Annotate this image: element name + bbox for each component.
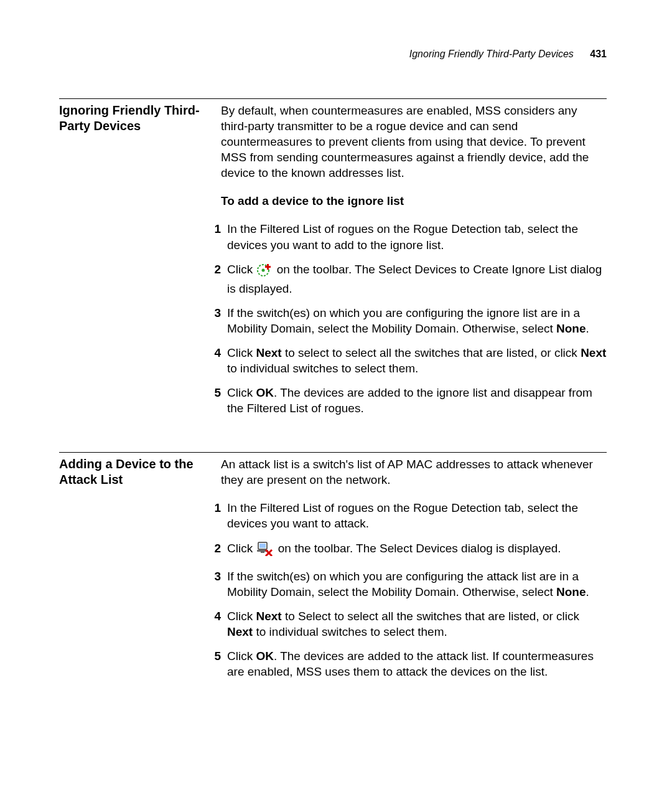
step-3: 3 If the switch(es) on which you are con… (221, 305, 607, 336)
step-text: Click on the toolbar. The Se (227, 540, 607, 560)
intro-paragraph: By default, when countermeasures are ena… (221, 103, 607, 181)
wifi-add-icon (257, 263, 272, 281)
section-heading: Adding a Device to the Attack List (59, 456, 202, 691)
step-text: In the Filtered List of rogues on the Ro… (227, 500, 607, 531)
step-number: 2 (205, 540, 227, 556)
svg-rect-7 (261, 552, 264, 553)
step-1: 1 In the Filtered List of rogues on the … (221, 221, 607, 252)
section-rule (59, 452, 607, 453)
step-text: Click Next to Select to select all the s… (227, 608, 607, 639)
steps-list: 1 In the Filtered List of rogues on the … (221, 500, 607, 679)
section-content: By default, when countermeasures are ena… (221, 103, 607, 427)
svg-point-1 (262, 268, 265, 271)
step-5: 5 Click OK. The devices are added to the… (221, 385, 607, 416)
device-attack-icon (257, 541, 273, 560)
section-attack: Adding a Device to the Attack List An at… (59, 456, 607, 691)
step-text: Click Next to select to select all the s… (227, 345, 607, 376)
step-number: 2 (205, 262, 227, 277)
header-title: Ignoring Friendly Third-Party Devices (409, 49, 574, 59)
step-4: 4 Click Next to Select to select all the… (221, 608, 607, 639)
step-2: 2 Click on the toolbar. The Select Devi (221, 262, 607, 296)
step-5: 5 Click OK. The devices are added to the… (221, 648, 607, 679)
step-text: If the switch(es) on which you are confi… (227, 305, 607, 336)
step-number: 5 (205, 385, 227, 400)
intro-paragraph: An attack list is a switch's list of AP … (221, 456, 607, 488)
step-1: 1 In the Filtered List of rogues on the … (221, 500, 607, 531)
step-4: 4 Click Next to select to select all the… (221, 345, 607, 376)
svg-rect-3 (265, 266, 271, 268)
page: Ignoring Friendly Third-Party Devices 43… (0, 0, 672, 691)
step-text: Click on the toolbar. The Select Devices… (227, 262, 607, 296)
step-number: 5 (205, 648, 227, 664)
section-rule (59, 98, 607, 99)
step-2: 2 Click (221, 540, 607, 560)
svg-rect-5 (259, 544, 266, 548)
section-ignoring: Ignoring Friendly Third-Party Devices By… (59, 103, 607, 427)
step-number: 3 (205, 305, 227, 321)
page-number: 431 (590, 49, 607, 59)
step-text: Click OK. The devices are added to the i… (227, 385, 607, 416)
steps-list: 1 In the Filtered List of rogues on the … (221, 221, 607, 416)
step-number: 1 (205, 221, 227, 237)
step-number: 1 (205, 500, 227, 516)
section-content: An attack list is a switch's list of AP … (221, 456, 607, 691)
section-heading: Ignoring Friendly Third-Party Devices (59, 103, 202, 427)
step-number: 4 (205, 345, 227, 361)
step-text: If the switch(es) on which you are confi… (227, 569, 607, 600)
step-text: In the Filtered List of rogues on the Ro… (227, 221, 607, 252)
step-3: 3 If the switch(es) on which you are con… (221, 569, 607, 600)
running-header: Ignoring Friendly Third-Party Devices 43… (59, 49, 607, 60)
step-text: Click OK. The devices are added to the a… (227, 648, 607, 679)
subheading: To add a device to the ignore list (221, 193, 607, 209)
step-number: 3 (205, 569, 227, 584)
step-number: 4 (205, 608, 227, 624)
